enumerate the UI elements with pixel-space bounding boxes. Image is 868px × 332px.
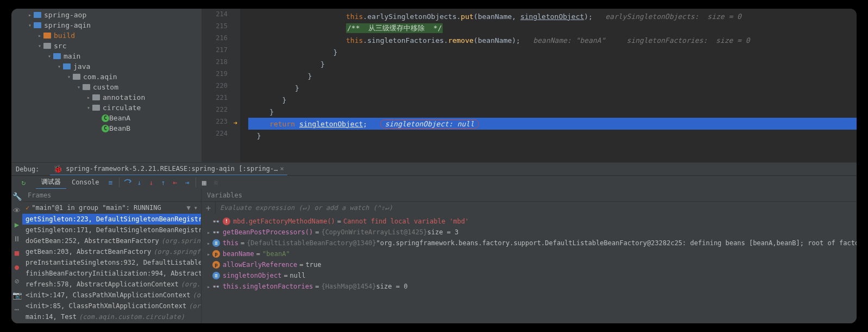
chevron-right-icon[interactable]	[205, 240, 212, 246]
step-into-button[interactable]: ↓	[134, 176, 146, 188]
add-watch-button[interactable]: +	[202, 202, 216, 214]
watch-icon: 👓	[212, 229, 220, 236]
stack-frame[interactable]: preInstantiateSingletons:932, DefaultLis…	[22, 257, 201, 268]
chevron-right-icon[interactable]	[27, 12, 33, 18]
code-line[interactable]: }	[248, 70, 857, 82]
chevron-right-icon[interactable]	[205, 284, 212, 290]
chevron-right-icon[interactable]	[85, 94, 92, 100]
mute-breakpoints-button[interactable]: ⊘	[11, 276, 22, 286]
settings-button[interactable]: 🔧	[11, 191, 22, 202]
breakpoints-button[interactable]: ●	[11, 261, 22, 272]
chevron-right-icon[interactable]	[205, 251, 212, 257]
rerun-button[interactable]: ↻	[18, 176, 30, 188]
chevron-down-icon[interactable]	[46, 53, 53, 59]
variables-list[interactable]: 👓!mbd.getFactoryMethodName()=Cannot find…	[202, 214, 857, 323]
code-line[interactable]: }	[248, 82, 857, 94]
run-to-cursor-button[interactable]: ⇥	[181, 176, 193, 188]
thread-selector[interactable]: ✓ "main"@1 in group "main": RUNNING ▼ ▾	[22, 202, 201, 214]
chevron-right-icon[interactable]	[205, 229, 212, 235]
code-area[interactable]: this.earlySingletonObjects.put(beanName,…	[248, 9, 857, 162]
chevron-down-icon[interactable]	[36, 43, 43, 49]
tree-item-custom[interactable]: custom	[11, 82, 202, 92]
tree-item-spring-aop[interactable]: spring-aop	[11, 10, 202, 20]
param-icon: p	[212, 261, 220, 269]
tree-item-circulate[interactable]: circulate	[11, 103, 202, 113]
force-step-into-button[interactable]: ↓	[146, 176, 158, 188]
debug-label: Debug:	[16, 165, 39, 173]
execution-line[interactable]: return singletonObject; singletonObject:…	[248, 118, 857, 130]
var-row[interactable]: ≡singletonObject=null	[205, 270, 857, 281]
filter-icon[interactable]: ▼	[187, 204, 191, 212]
evaluate-button[interactable]: ▦	[198, 176, 210, 188]
code-line[interactable]: }	[248, 106, 857, 118]
var-row[interactable]: 👓this.singletonFactories={HashMap@1454} …	[205, 281, 857, 292]
tree-item-annotation[interactable]: annotation	[11, 92, 202, 103]
tab-debugger[interactable]: 调试器	[36, 176, 66, 189]
stack-frame[interactable]: refresh:578, AbstractApplicationContext(…	[22, 279, 201, 290]
tree-item-src[interactable]: src	[11, 41, 202, 51]
show-button[interactable]: 👁	[11, 205, 22, 216]
tree-label: spring-aqin	[44, 21, 91, 29]
stack-frame[interactable]: <init>:85, ClassPathXmlApplicationContex…	[22, 301, 201, 311]
chevron-down-icon[interactable]	[85, 105, 92, 111]
chevron-right-icon[interactable]	[36, 33, 43, 39]
stack-frame[interactable]: doGetBean:252, AbstractBeanFactory(org.s…	[22, 235, 201, 246]
chevron-down-icon[interactable]	[27, 22, 33, 28]
frames-pane: Frames ✓ "main"@1 in group "main": RUNNI…	[22, 189, 202, 323]
tree-item-build[interactable]: build	[11, 30, 202, 41]
code-line[interactable]: }	[248, 94, 857, 106]
code-line[interactable]: }	[248, 46, 857, 58]
var-row[interactable]: 👓getBeanPostProcessors()={CopyOnWriteArr…	[205, 227, 857, 238]
stack-frame[interactable]: getBean:203, AbstractBeanFactory(org.spr…	[22, 246, 201, 257]
stack-frame[interactable]: getSingleton:223, DefaultSingletonBeanRe…	[22, 214, 201, 225]
project-tree[interactable]: spring-aop spring-aqin build src main ja…	[11, 9, 202, 162]
tab-console[interactable]: Console	[66, 176, 105, 189]
resume-button[interactable]: ▶	[11, 219, 22, 230]
dropdown-icon[interactable]: ▾	[194, 204, 198, 212]
close-icon[interactable]: ×	[280, 165, 284, 173]
fold-gutter[interactable]	[240, 9, 248, 162]
var-row[interactable]: ≡this={DefaultListableBeanFactory@1340} …	[205, 238, 857, 248]
drop-frame-button[interactable]: ⇤	[169, 176, 181, 188]
var-row[interactable]: 👓!mbd.getFactoryMethodName()=Cannot find…	[205, 216, 857, 227]
tree-item-BeanB[interactable]: C BeanB	[11, 123, 202, 133]
package-icon	[92, 104, 100, 112]
stop-button[interactable]: ■	[11, 247, 22, 258]
code-editor[interactable]: 214 215 216 217 218 219 220 221 222 223 …	[202, 9, 857, 162]
pause-button[interactable]: ⏸	[11, 233, 22, 244]
tree-item-BeanA[interactable]: C BeanA	[11, 113, 202, 123]
inline-hint: singletonFactories: size = 0	[627, 36, 750, 44]
tree-label: com.aqin	[83, 73, 117, 81]
variables-pane: Variables + 👓!mbd.getFactoryMethodName()…	[202, 189, 857, 323]
step-over-button[interactable]	[122, 176, 134, 188]
camera-icon[interactable]: 📷	[11, 290, 22, 301]
stack-frame[interactable]: finishBeanFactoryInitialization:994, Abs…	[22, 268, 201, 279]
stack-frame[interactable]: getSingleton:171, DefaultSingletonBeanRe…	[22, 225, 201, 235]
code-line[interactable]: this.earlySingletonObjects.put(beanName,…	[248, 10, 857, 22]
frames-header: Frames	[22, 189, 201, 202]
chevron-down-icon[interactable]	[66, 74, 72, 80]
stack-frame[interactable]: <init>:147, ClassPathXmlApplicationConte…	[22, 290, 201, 301]
var-row[interactable]: pallowEarlyReference=true	[205, 259, 857, 270]
threads-button[interactable]: ≡	[105, 176, 117, 188]
thread-controls: ▼ ▾	[187, 204, 198, 212]
code-line[interactable]: this.singletonFactories.remove(beanName)…	[248, 34, 857, 46]
frames-list[interactable]: getSingleton:223, DefaultSingletonBeanRe…	[22, 214, 201, 323]
tree-item-spring-aqin[interactable]: spring-aqin	[11, 20, 202, 30]
more-button[interactable]: ⋯	[11, 304, 22, 315]
chevron-down-icon[interactable]	[56, 63, 62, 69]
code-line[interactable]: }	[248, 58, 857, 70]
tree-item-com-aqin[interactable]: com.aqin	[11, 72, 202, 82]
tree-label: main	[64, 52, 80, 60]
tree-item-java[interactable]: java	[11, 61, 202, 72]
var-row[interactable]: pbeanName="beanA"	[205, 248, 857, 259]
chevron-down-icon[interactable]	[76, 84, 82, 90]
stack-frame[interactable]: main:14, Test(com.aqin.custom.circulate)	[22, 311, 201, 322]
step-out-button[interactable]: ↑	[158, 176, 169, 188]
code-line[interactable]: /** 从三级缓存中移除 */	[248, 22, 857, 34]
gutter: 214 215 216 217 218 219 220 221 222 223 …	[202, 9, 240, 162]
evaluate-input[interactable]	[216, 204, 857, 212]
tree-item-main[interactable]: main	[11, 51, 202, 61]
debug-runconfig-tab[interactable]: 🐞 spring-framework-5.2.21.RELEASE:spring…	[50, 163, 287, 176]
code-line[interactable]: }	[248, 130, 857, 142]
